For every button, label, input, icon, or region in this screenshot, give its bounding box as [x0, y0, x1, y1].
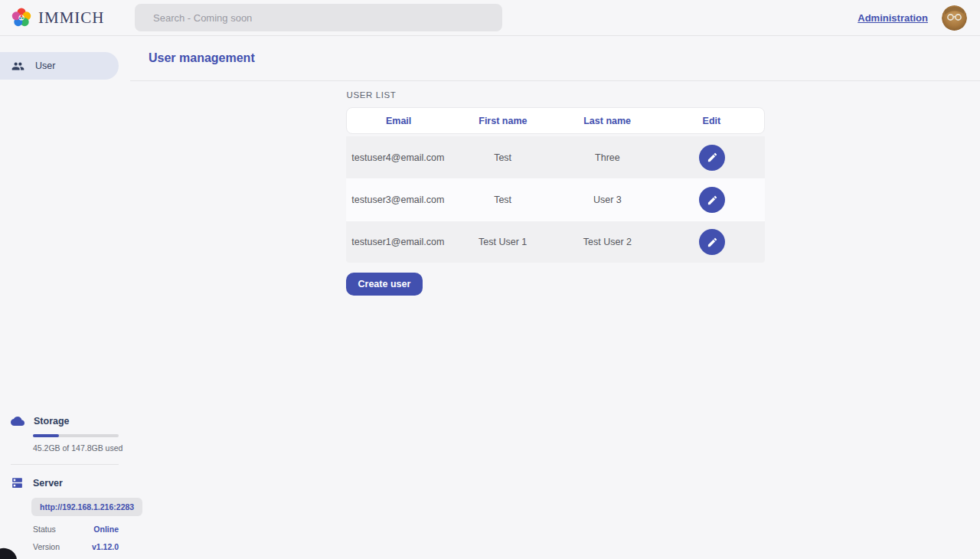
user-avatar[interactable] — [942, 5, 967, 31]
server-url-badge: http://192.168.1.216:2283 — [31, 498, 142, 516]
sidebar-item-label: User — [35, 60, 55, 71]
column-header-edit: Edit — [659, 116, 763, 126]
column-header-first-name: First name — [451, 116, 555, 126]
top-right-actions: Administration — [858, 5, 980, 31]
sidebar-divider — [11, 464, 119, 465]
storage-title: Storage — [34, 416, 70, 427]
edit-user-button[interactable] — [699, 145, 725, 171]
administration-link[interactable]: Administration — [858, 12, 928, 24]
people-icon — [11, 60, 24, 73]
brand[interactable]: IMMICH — [0, 7, 135, 28]
immich-logo-icon — [11, 7, 32, 28]
storage-usage-text: 45.2GB of 147.8GB used — [33, 443, 130, 453]
table-row: testuser3@email.com Test User 3 — [346, 178, 765, 221]
status-label: Status — [33, 525, 56, 534]
table-row: testuser4@email.com Test Three — [346, 136, 765, 178]
page-title: User management — [149, 51, 255, 65]
table-header: Email First name Last name Edit — [346, 107, 765, 134]
user-first-name: Test — [450, 195, 555, 205]
search-input[interactable] — [135, 4, 502, 31]
server-version-row: Version v1.12.0 — [33, 542, 119, 551]
user-last-name: User 3 — [555, 195, 660, 205]
user-email: testuser3@email.com — [346, 195, 451, 205]
brand-name: IMMICH — [38, 8, 105, 28]
storage-progress-bar — [33, 434, 119, 437]
server-title: Server — [33, 478, 63, 489]
top-bar: IMMICH Administration — [0, 0, 980, 36]
storage-section-header: Storage — [0, 414, 130, 428]
user-first-name: Test — [450, 152, 555, 163]
pencil-icon — [707, 237, 718, 248]
server-dns-icon — [11, 476, 24, 489]
cloud-icon — [11, 414, 24, 428]
user-first-name: Test User 1 — [450, 237, 555, 247]
pencil-icon — [707, 152, 718, 163]
edit-user-button[interactable] — [699, 229, 725, 255]
version-label: Version — [33, 542, 60, 551]
version-value: v1.12.0 — [92, 542, 119, 551]
pencil-icon — [707, 195, 718, 206]
table-body: testuser4@email.com Test Three testuser3… — [346, 136, 765, 263]
sidebar-item-user[interactable]: User — [0, 52, 119, 80]
user-email: testuser1@email.com — [346, 237, 451, 247]
page-layout: User Storage 45.2GB of 147.8GB used — [0, 36, 980, 559]
create-user-button[interactable]: Create user — [346, 273, 423, 296]
edit-user-button[interactable] — [699, 187, 725, 213]
user-last-name: Test User 2 — [555, 237, 660, 247]
main-header: User management — [130, 36, 980, 81]
column-header-email: Email — [347, 116, 451, 126]
user-email: testuser4@email.com — [346, 152, 451, 163]
status-value: Online — [93, 525, 119, 534]
sidebar-footer: Storage 45.2GB of 147.8GB used Server ht… — [0, 414, 130, 551]
table-row: testuser1@email.com Test User 1 Test Use… — [346, 221, 765, 263]
column-header-last-name: Last name — [555, 116, 659, 126]
user-list-label: USER LIST — [347, 90, 765, 100]
main-content: USER LIST Email First name Last name Edi… — [130, 81, 980, 296]
storage-progress-fill — [33, 434, 59, 437]
user-last-name: Three — [555, 152, 660, 163]
sidebar: User Storage 45.2GB of 147.8GB used — [0, 36, 130, 559]
server-status-row: Status Online — [33, 525, 119, 534]
main-panel: User management USER LIST Email First na… — [130, 36, 980, 559]
server-section-header: Server — [0, 476, 130, 489]
